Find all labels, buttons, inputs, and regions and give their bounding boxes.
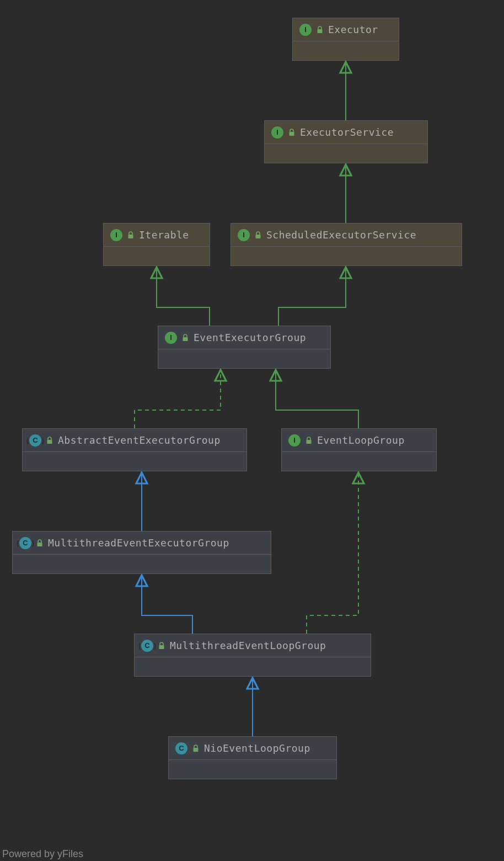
node-body	[13, 555, 271, 573]
svg-rect-2	[128, 235, 133, 238]
abstract-class-icon: C	[141, 640, 153, 652]
lock-icon	[192, 745, 200, 752]
svg-rect-6	[307, 440, 312, 444]
node-eventLoopGroup[interactable]: I EventLoopGroup	[281, 428, 437, 471]
node-scheduledExecutorService[interactable]: I ScheduledExecutorService	[230, 223, 462, 266]
interface-icon: I	[110, 229, 122, 241]
interface-icon: I	[165, 332, 177, 344]
node-title: Executor	[328, 24, 378, 35]
node-header: C NioEventLoopGroup	[169, 737, 336, 760]
node-title: ExecutorService	[300, 126, 394, 138]
interface-icon: I	[271, 126, 283, 139]
node-multithreadEventLoopGroup[interactable]: C MultithreadEventLoopGroup	[134, 634, 371, 677]
node-body	[104, 247, 210, 265]
node-title: EventLoopGroup	[317, 434, 405, 446]
node-header: C MultithreadEventExecutorGroup	[13, 532, 271, 555]
edge-melg-meeg	[142, 575, 192, 634]
node-body	[231, 247, 462, 265]
interface-icon: I	[299, 24, 312, 36]
lock-icon	[46, 437, 53, 444]
node-body	[135, 657, 371, 676]
node-executorService[interactable]: I ExecutorService	[264, 120, 428, 163]
lock-icon	[158, 642, 165, 650]
svg-rect-3	[256, 235, 261, 238]
node-title: AbstractEventExecutorGroup	[58, 434, 221, 446]
node-abstractEventExecutorGroup[interactable]: C AbstractEventExecutorGroup	[22, 428, 247, 471]
lock-icon	[316, 26, 324, 34]
svg-rect-4	[183, 337, 188, 341]
node-body	[282, 452, 436, 471]
lock-icon	[254, 231, 262, 239]
svg-rect-8	[159, 645, 164, 649]
edge-melg-elg	[307, 472, 358, 634]
interface-icon: I	[288, 434, 301, 447]
node-header: C MultithreadEventLoopGroup	[135, 634, 371, 657]
node-header: I Executor	[293, 18, 399, 41]
node-header: I EventLoopGroup	[282, 429, 436, 452]
svg-rect-5	[47, 440, 52, 444]
node-multithreadEventExecutorGroup[interactable]: C MultithreadEventExecutorGroup	[12, 531, 271, 574]
node-body	[169, 760, 336, 779]
lock-icon	[127, 231, 135, 239]
node-body	[265, 144, 427, 163]
node-title: Iterable	[139, 229, 189, 241]
edge-aeeg-eeg	[135, 370, 221, 428]
node-title: EventExecutorGroup	[194, 332, 306, 343]
abstract-class-icon: C	[19, 537, 31, 549]
interface-icon: I	[238, 229, 250, 241]
lock-icon	[305, 437, 313, 444]
class-diagram: I Executor I ExecutorService I Iterable …	[0, 0, 504, 861]
node-executor[interactable]: I Executor	[292, 18, 399, 61]
svg-rect-9	[194, 748, 199, 752]
node-body	[293, 41, 399, 60]
node-header: I Iterable	[104, 224, 210, 247]
node-header: I EventExecutorGroup	[158, 326, 330, 349]
node-title: ScheduledExecutorService	[266, 229, 416, 241]
edge-elg-eeg	[276, 370, 358, 428]
edge-eeg-sched	[278, 267, 346, 326]
footer-text: Powered by yFiles	[2, 848, 83, 860]
lock-icon	[181, 334, 189, 342]
node-eventExecutorGroup[interactable]: I EventExecutorGroup	[158, 326, 331, 369]
node-header: I ExecutorService	[265, 121, 427, 144]
lock-icon	[288, 129, 296, 136]
svg-rect-0	[318, 29, 323, 33]
class-icon: C	[175, 742, 187, 754]
node-nioEventLoopGroup[interactable]: C NioEventLoopGroup	[168, 736, 337, 779]
node-title: MultithreadEventExecutorGroup	[48, 537, 229, 549]
abstract-class-icon: C	[29, 434, 41, 447]
svg-rect-1	[289, 132, 294, 136]
svg-rect-7	[37, 543, 42, 546]
node-header: C AbstractEventExecutorGroup	[23, 429, 246, 452]
lock-icon	[36, 539, 44, 547]
node-body	[158, 349, 330, 368]
node-body	[23, 452, 246, 471]
node-iterable[interactable]: I Iterable	[103, 223, 210, 266]
edge-eeg-iterable	[157, 267, 210, 326]
node-header: I ScheduledExecutorService	[231, 224, 462, 247]
node-title: MultithreadEventLoopGroup	[170, 640, 326, 651]
node-title: NioEventLoopGroup	[204, 742, 310, 754]
